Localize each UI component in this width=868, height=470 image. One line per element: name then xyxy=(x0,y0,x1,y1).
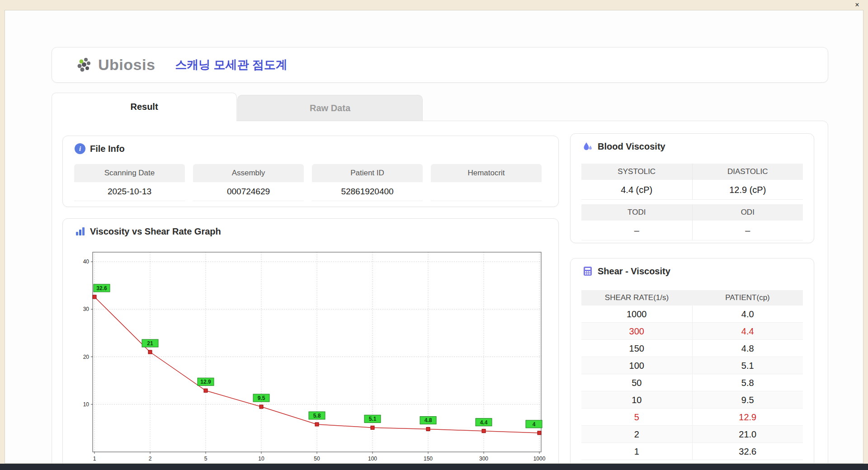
bar-chart-icon xyxy=(75,226,85,237)
table-row: 512.9 xyxy=(581,409,803,426)
table-row: 109.5 xyxy=(581,391,803,409)
shear-viscosity-title: Shear - Viscosity xyxy=(598,266,670,277)
table-row: 3004.4 xyxy=(581,323,803,340)
systolic-value: 4.4 (cP) xyxy=(581,180,692,199)
viscosity-chart: 102030401251050100150300100032.62112.99.… xyxy=(76,248,556,464)
svg-text:4.8: 4.8 xyxy=(425,417,432,423)
app-window: Ubiosis 스캐닝 모세관 점도계 Result Raw Data i Fi… xyxy=(5,10,863,464)
table-header: SHEAR RATE(1/s) PATIENT(cp) xyxy=(581,290,803,306)
svg-text:12.9: 12.9 xyxy=(200,379,211,385)
shear-rate-cell: 50 xyxy=(581,374,692,391)
field-label: Assembly xyxy=(193,164,304,182)
svg-text:32.6: 32.6 xyxy=(96,285,107,291)
shear-rate-cell: 2 xyxy=(581,426,692,442)
svg-text:4.4: 4.4 xyxy=(480,419,488,426)
todi-label: TODI xyxy=(581,204,692,221)
info-icon: i xyxy=(75,143,85,154)
shear-rate-header: SHEAR RATE(1/s) xyxy=(581,290,692,306)
svg-text:10: 10 xyxy=(83,401,90,408)
systolic-label: SYSTOLIC xyxy=(581,164,692,180)
patient-cell: 4.0 xyxy=(692,306,803,322)
field-value xyxy=(431,182,542,201)
patient-cell: 5.8 xyxy=(692,374,803,391)
patient-cell: 12.9 xyxy=(692,409,803,425)
shear-rate-cell: 300 xyxy=(581,323,692,339)
field-hematocrit: Hematocrit xyxy=(431,164,542,201)
field-label: Scanning Date xyxy=(74,164,185,182)
patient-cell: 21.0 xyxy=(692,426,803,442)
svg-text:10: 10 xyxy=(258,456,264,462)
svg-text:300: 300 xyxy=(479,456,488,462)
graph-title: Viscosity vs Shear Rate Graph xyxy=(90,226,221,237)
field-value: 52861920400 xyxy=(312,182,423,201)
file-info-title: File Info xyxy=(90,144,125,154)
shear-viscosity-card: Shear - Viscosity SHEAR RATE(1/s) PATIEN… xyxy=(570,258,814,464)
droplet-icon xyxy=(582,141,593,152)
patient-header: PATIENT(cp) xyxy=(692,290,803,306)
calculator-icon xyxy=(582,266,593,277)
shear-rate-cell: 150 xyxy=(581,340,692,357)
blood-viscosity-title: Blood Viscosity xyxy=(598,141,665,152)
blood-viscosity-card: Blood Viscosity SYSTOLIC DIASTOLIC 4.4 (… xyxy=(570,133,814,243)
svg-text:50: 50 xyxy=(314,456,320,462)
svg-text:1000: 1000 xyxy=(533,456,546,462)
tab-raw-data[interactable]: Raw Data xyxy=(237,95,423,121)
shear-rate-cell: 1000 xyxy=(581,306,692,322)
field-value: 2025-10-13 xyxy=(74,182,185,201)
patient-cell: 9.5 xyxy=(692,391,803,408)
close-icon[interactable]: × xyxy=(853,0,862,9)
svg-text:21: 21 xyxy=(147,340,153,347)
svg-text:4: 4 xyxy=(533,421,536,428)
odi-value: – xyxy=(692,221,803,240)
shear-rate-cell: 100 xyxy=(581,357,692,374)
file-info-card: i File Info Scanning Date 2025-10-13 Ass… xyxy=(62,136,559,207)
ubiosis-logo: Ubiosis xyxy=(75,55,155,75)
patient-cell: 4.4 xyxy=(692,323,803,339)
diastolic-label: DIASTOLIC xyxy=(692,164,803,180)
table-row: 1504.8 xyxy=(581,340,803,357)
table-row: 505.8 xyxy=(581,374,803,391)
field-label: Hematocrit xyxy=(431,164,542,182)
table-row: 1005.1 xyxy=(581,357,803,374)
patient-cell: 32.6 xyxy=(692,443,803,460)
svg-text:100: 100 xyxy=(368,456,377,462)
svg-text:2: 2 xyxy=(149,456,152,462)
svg-text:150: 150 xyxy=(424,456,433,462)
todi-value: – xyxy=(581,221,692,240)
shear-rate-cell: 10 xyxy=(581,391,692,408)
field-value: 000724629 xyxy=(193,182,304,201)
shear-rate-cell: 5 xyxy=(581,409,692,425)
page-title: 스캐닝 모세관 점도계 xyxy=(175,57,287,73)
field-scanning-date: Scanning Date 2025-10-13 xyxy=(74,164,185,201)
table-row: 132.6 xyxy=(581,443,803,460)
tab-result[interactable]: Result xyxy=(52,93,237,121)
patient-cell: 4.8 xyxy=(692,340,803,357)
diastolic-value: 12.9 (cP) xyxy=(692,180,803,199)
table-row: 10004.0 xyxy=(581,306,803,323)
field-patient-id: Patient ID 52861920400 xyxy=(312,164,423,201)
window-bottom-edge xyxy=(0,464,868,470)
shear-viscosity-table-body: 10004.03004.41504.81005.1505.8109.5512.9… xyxy=(581,306,803,460)
svg-text:40: 40 xyxy=(83,258,90,265)
svg-text:5.8: 5.8 xyxy=(313,413,321,419)
table-row: 221.0 xyxy=(581,426,803,443)
patient-cell: 5.1 xyxy=(692,357,803,374)
svg-text:5.1: 5.1 xyxy=(369,416,377,422)
shear-rate-cell: 1 xyxy=(581,443,692,460)
svg-text:20: 20 xyxy=(83,354,90,360)
brand-name: Ubiosis xyxy=(98,56,155,74)
field-label: Patient ID xyxy=(312,164,423,182)
svg-text:9.5: 9.5 xyxy=(258,395,265,401)
app-header: Ubiosis 스캐닝 모세관 점도계 xyxy=(52,47,828,83)
field-assembly: Assembly 000724629 xyxy=(193,164,304,201)
svg-text:30: 30 xyxy=(83,306,90,312)
viscosity-graph-card: Viscosity vs Shear Rate Graph 1020304012… xyxy=(62,218,559,464)
svg-text:5: 5 xyxy=(204,456,208,462)
shear-viscosity-table: SHEAR RATE(1/s) PATIENT(cp) 10004.03004.… xyxy=(581,290,803,460)
odi-label: ODI xyxy=(692,204,803,221)
svg-text:1: 1 xyxy=(93,456,96,462)
logo-icon xyxy=(75,55,95,75)
